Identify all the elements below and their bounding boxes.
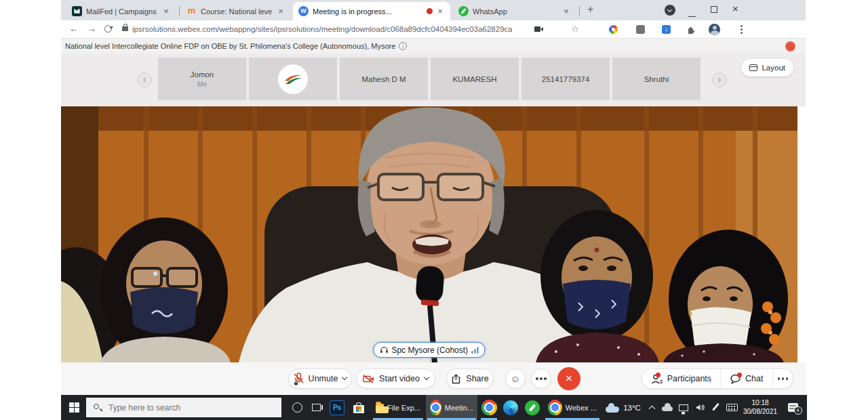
filmstrip-scroll-right-button[interactable]: › [712,72,727,87]
store-icon [353,402,364,413]
tab-webex-meeting-active[interactable]: W Meeting is in progress... × [293,2,450,20]
leave-meeting-button[interactable]: × [557,367,580,390]
extension-gray-icon[interactable] [636,25,645,34]
layout-grid-icon [749,64,757,71]
file-explorer-taskbar-button[interactable]: File Exp... [372,395,425,420]
tab-mailfed[interactable]: MailFed | Campaigns × [66,2,176,20]
chrome-webex-window-button[interactable]: Webex ... [544,395,601,420]
chrome-meeting-window-button[interactable]: Meetin... [426,395,477,420]
extensions-puzzle-icon[interactable] [686,25,696,37]
weather-cloud-icon [606,406,619,413]
participant-tile-mahesh[interactable]: Mahesh D M [340,58,428,100]
unmute-label: Unmute [309,374,338,383]
unmute-button[interactable]: Unmute [288,369,352,389]
share-button[interactable]: Share [446,369,494,389]
reload-icon[interactable] [104,25,112,33]
bookmark-star-icon[interactable]: ☆ [571,24,579,34]
extension-colorwheel-icon[interactable] [609,25,618,34]
participant-tile-shruthi[interactable]: Shruthi [612,58,701,100]
reactions-button[interactable]: ☺ [505,369,526,389]
onedrive-tray-icon[interactable] [659,395,675,420]
cortana-icon [292,402,302,413]
taskbar-clock[interactable]: 10:18 30/08/2021 [739,398,781,416]
active-speaker-label[interactable]: Spc Mysore (Cohost) [373,342,485,358]
notification-count-badge: 4 [794,406,802,415]
recording-indicator-button[interactable] [785,41,795,51]
participant-logo-avatar [278,64,308,94]
participant-tile-logo[interactable] [249,58,337,100]
tab-bar: MailFed | Campaigns × m Course: National… [61,0,806,20]
unmute-options-chevron-icon[interactable] [342,375,347,380]
meeting-control-bar: Unmute Start video Share [61,362,806,395]
extension-download-icon[interactable]: ↓ [662,25,671,34]
chat-label: Chat [745,374,763,383]
window-minimize-button[interactable] [688,9,696,17]
forward-icon[interactable]: → [87,23,96,34]
new-tab-button[interactable]: + [587,3,593,16]
tab-moodle-course[interactable]: m Course: National level Intercolleg × [181,2,291,20]
taskbar-search-box[interactable] [86,398,281,417]
participants-panel-button[interactable]: Participants [642,369,720,388]
participant-name: Jomon [191,70,214,79]
weather-widget[interactable]: 13°C [604,395,643,420]
chevron-up-icon [648,406,655,413]
touch-keyboard-tray-icon[interactable] [723,395,741,420]
volume-tray-icon[interactable] [692,395,708,420]
profile-avatar[interactable] [709,24,720,35]
start-video-button[interactable]: Start video [356,369,435,389]
layout-button[interactable]: Layout [741,59,793,77]
clock-time: 10:18 [739,398,781,407]
url-omnibox[interactable] [132,23,512,35]
tab-camera-in-use-icon[interactable] [534,26,540,32]
action-center-button[interactable]: 4 [784,395,802,420]
tab-close-icon[interactable]: × [161,6,171,16]
chat-panel-button[interactable]: Chat [720,369,772,388]
meeting-info-icon[interactable]: i [399,42,407,50]
meeting-video-stage: Spc Mysore (Cohost) [61,106,797,362]
weather-temp: 13°C [623,404,641,412]
tab-close-icon[interactable]: × [561,6,571,16]
tab-title: Meeting is in progress... [313,7,420,16]
chrome-taskbar-button[interactable] [479,395,499,420]
tab-title: WhatsApp [473,7,557,16]
speaker-icon [696,404,705,411]
share-icon [451,374,461,384]
cloud-icon [662,406,673,411]
whatsapp-taskbar-button[interactable] [522,395,542,420]
more-panels-button[interactable] [772,369,793,388]
task-view-button[interactable] [307,395,326,420]
windows-ink-tray-icon[interactable] [708,395,723,420]
active-speaker-name: Spc Mysore (Cohost) [391,345,468,355]
start-button[interactable] [65,395,83,420]
tab-close-icon[interactable]: × [435,6,445,16]
back-icon[interactable]: ← [69,23,79,34]
tab-separator [179,6,180,16]
secure-lock-icon[interactable] [122,26,128,31]
whatsapp-favicon [458,6,469,16]
pen-icon [711,403,720,412]
window-close-button[interactable]: × [732,4,738,13]
window-restore-button[interactable] [711,6,717,13]
tab-close-icon[interactable]: × [276,6,285,16]
chrome-menu-kebab-icon[interactable] [741,28,743,30]
tray-show-hidden-icons[interactable] [644,395,659,420]
participant-tile-kumaresh[interactable]: KUMARESH [431,58,519,100]
microsoft-store-button[interactable] [349,395,369,420]
filmstrip-scroll-left-button[interactable]: ‹ [137,72,152,87]
keyboard-icon [726,404,738,411]
edge-taskbar-button[interactable] [500,395,521,420]
participant-tile-phone[interactable]: 25141779374 [521,58,610,100]
search-input[interactable] [108,403,258,413]
tab-whatsapp[interactable]: WhatsApp × [453,2,576,20]
more-options-button[interactable] [531,369,551,389]
photoshop-taskbar-button[interactable]: Ps [327,395,347,420]
participant-tile-jomon[interactable]: Jomon Me [158,58,246,100]
chrome-update-icon[interactable] [665,5,675,16]
cortana-button[interactable] [288,395,307,420]
camera-off-icon [363,375,374,383]
moodle-favicon: m [186,6,197,16]
video-options-chevron-icon[interactable] [424,375,429,380]
tab-title: Course: National level Intercolleg [201,7,272,16]
address-bar: ← → ☆ ↓ [61,20,806,38]
network-tray-icon[interactable] [675,395,692,420]
